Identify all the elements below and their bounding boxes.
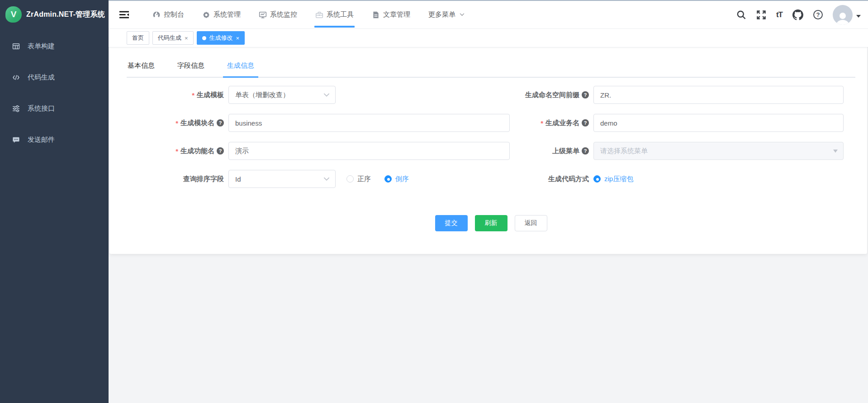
sidebar-item-code-gen[interactable]: 代码生成 bbox=[0, 62, 109, 93]
top-nav-label: 系统工具 bbox=[327, 10, 354, 19]
help-icon[interactable]: ? bbox=[217, 119, 224, 127]
form-row: * 生成模板 单表（增删改查） 生成命名空间前缀 ? bbox=[127, 86, 855, 104]
chevron-down-icon bbox=[323, 93, 330, 97]
submit-button[interactable]: 提交 bbox=[435, 215, 468, 231]
tab-basic-info[interactable]: 基本信息 bbox=[127, 59, 156, 77]
top-nav-system-tools[interactable]: 系统工具 bbox=[314, 1, 355, 28]
user-menu[interactable] bbox=[833, 5, 861, 25]
form-row: * 生成功能名 ? 上级菜单 ? 请选 bbox=[127, 142, 855, 160]
label-text: 生成代码方式 bbox=[548, 175, 589, 183]
refresh-button[interactable]: 刷新 bbox=[475, 215, 508, 231]
tag-label: 代码生成 bbox=[158, 34, 181, 42]
help-icon[interactable]: ? bbox=[582, 147, 589, 155]
field-label: * 生成功能名 ? bbox=[127, 147, 228, 155]
fontsize-icon[interactable]: tT bbox=[776, 10, 783, 19]
monitor-icon bbox=[259, 11, 267, 19]
help-icon[interactable]: ? bbox=[217, 147, 224, 155]
tag-gen-edit[interactable]: 生成修改 × bbox=[197, 31, 245, 45]
sort-field-select[interactable]: Id bbox=[228, 170, 336, 188]
sidebar-item-form-build[interactable]: 表单构建 bbox=[0, 31, 109, 62]
gen-edit-card: 基本信息 字段信息 生成信息 * 生成模板 单表（增删改查） bbox=[109, 47, 867, 254]
tag-label: 首页 bbox=[132, 34, 144, 42]
radio-label: zip压缩包 bbox=[604, 175, 633, 183]
field-label: 上级菜单 ? bbox=[510, 147, 593, 155]
field-parent-menu: 上级菜单 ? 请选择系统菜单 bbox=[510, 142, 855, 160]
close-icon[interactable]: × bbox=[185, 35, 188, 41]
main-area: 控制台 系统管理 bbox=[109, 0, 868, 403]
search-icon[interactable] bbox=[736, 10, 746, 20]
namespace-prefix-input[interactable] bbox=[593, 86, 844, 104]
close-icon[interactable]: × bbox=[236, 35, 240, 41]
chevron-down-icon bbox=[856, 15, 861, 20]
label-text: 生成命名空间前缀 bbox=[525, 91, 579, 99]
tag-home[interactable]: 首页 bbox=[127, 31, 149, 45]
field-code-method: 生成代码方式 zip压缩包 bbox=[510, 170, 855, 188]
sidebar-item-label: 系统接口 bbox=[28, 104, 55, 113]
avatar[interactable] bbox=[833, 5, 853, 25]
radio-circle[interactable] bbox=[593, 175, 601, 183]
top-nav-system-manage[interactable]: 系统管理 bbox=[201, 1, 242, 28]
radio-sort-asc[interactable]: 正序 bbox=[346, 175, 371, 183]
tab-gen-info[interactable]: 生成信息 bbox=[226, 59, 255, 77]
label-text: 生成模板 bbox=[197, 91, 224, 99]
top-nav-system-monitor[interactable]: 系统监控 bbox=[258, 1, 298, 28]
select-value: 单表（增删改查） bbox=[235, 91, 289, 99]
radio-sort-desc[interactable]: 倒序 bbox=[384, 175, 409, 183]
toolbox-icon bbox=[315, 11, 323, 19]
top-nav-label: 系统监控 bbox=[270, 10, 297, 19]
help-icon[interactable]: ? bbox=[582, 119, 589, 127]
chevron-down-icon bbox=[323, 177, 330, 181]
gen-template-select[interactable]: 单表（增删改查） bbox=[228, 86, 336, 104]
required-mark: * bbox=[175, 119, 178, 127]
dashboard-icon bbox=[152, 11, 161, 19]
top-nav-label: 文章管理 bbox=[383, 10, 410, 19]
gen-info-form: * 生成模板 单表（增删改查） 生成命名空间前缀 ? bbox=[127, 78, 855, 231]
radio-label: 倒序 bbox=[395, 175, 409, 183]
code-icon bbox=[12, 74, 20, 81]
parent-menu-treeselect[interactable]: 请选择系统菜单 bbox=[593, 142, 844, 160]
required-mark: * bbox=[192, 91, 194, 99]
required-mark: * bbox=[175, 147, 178, 155]
tags-bar: 首页 代码生成 × 生成修改 × bbox=[109, 29, 868, 47]
github-icon[interactable] bbox=[792, 9, 803, 20]
module-name-input[interactable] bbox=[228, 114, 510, 132]
help-icon[interactable]: ? bbox=[582, 91, 589, 98]
tag-code-gen[interactable]: 代码生成 × bbox=[152, 31, 194, 45]
top-bar: 控制台 系统管理 bbox=[109, 1, 868, 29]
sidebar-item-send-mail[interactable]: 发送邮件 bbox=[0, 124, 109, 155]
radio-label: 正序 bbox=[357, 175, 371, 183]
radio-zip-package[interactable]: zip压缩包 bbox=[593, 175, 633, 183]
function-name-input[interactable] bbox=[228, 142, 510, 160]
field-label: 生成命名空间前缀 ? bbox=[510, 91, 593, 99]
field-label: 生成代码方式 bbox=[510, 175, 593, 183]
top-nav-article-manage[interactable]: 文章管理 bbox=[371, 1, 411, 28]
top-bar-right: tT ? bbox=[736, 5, 868, 25]
form-row: 查询排序字段 Id 正序 bbox=[127, 170, 855, 188]
logo-row[interactable]: V ZrAdmin.NET-管理系统 bbox=[0, 0, 109, 29]
sort-order-radio-group: 正序 倒序 bbox=[346, 175, 409, 183]
top-nav-label: 控制台 bbox=[164, 10, 184, 19]
sidebar-item-api[interactable]: 系统接口 bbox=[0, 93, 109, 124]
app-title: ZrAdmin.NET-管理系统 bbox=[26, 10, 105, 19]
api-sliders-icon bbox=[12, 105, 20, 112]
field-sort-field: 查询排序字段 Id 正序 bbox=[127, 170, 510, 188]
sidebar: V ZrAdmin.NET-管理系统 表单构建 bbox=[0, 0, 109, 403]
business-name-input[interactable] bbox=[593, 114, 844, 132]
tab-field-info[interactable]: 字段信息 bbox=[176, 59, 205, 77]
caret-down-icon bbox=[833, 150, 838, 155]
back-button[interactable]: 返回 bbox=[515, 215, 547, 231]
collapse-menu-icon[interactable] bbox=[119, 11, 129, 19]
field-function-name: * 生成功能名 ? bbox=[127, 142, 510, 160]
label-text: 查询排序字段 bbox=[183, 175, 224, 183]
top-nav-dashboard[interactable]: 控制台 bbox=[152, 1, 185, 28]
top-nav-more-menu[interactable]: 更多菜单 bbox=[427, 1, 465, 28]
sidebar-item-label: 表单构建 bbox=[28, 42, 55, 51]
field-label: 查询排序字段 bbox=[127, 175, 228, 183]
radio-circle[interactable] bbox=[346, 175, 354, 183]
fullscreen-icon[interactable] bbox=[756, 10, 766, 20]
help-icon[interactable]: ? bbox=[813, 10, 823, 19]
field-business-name: * 生成业务名 ? bbox=[510, 114, 855, 132]
radio-circle[interactable] bbox=[384, 175, 392, 183]
required-mark: * bbox=[541, 119, 543, 127]
field-label: * 生成模板 bbox=[127, 91, 228, 99]
